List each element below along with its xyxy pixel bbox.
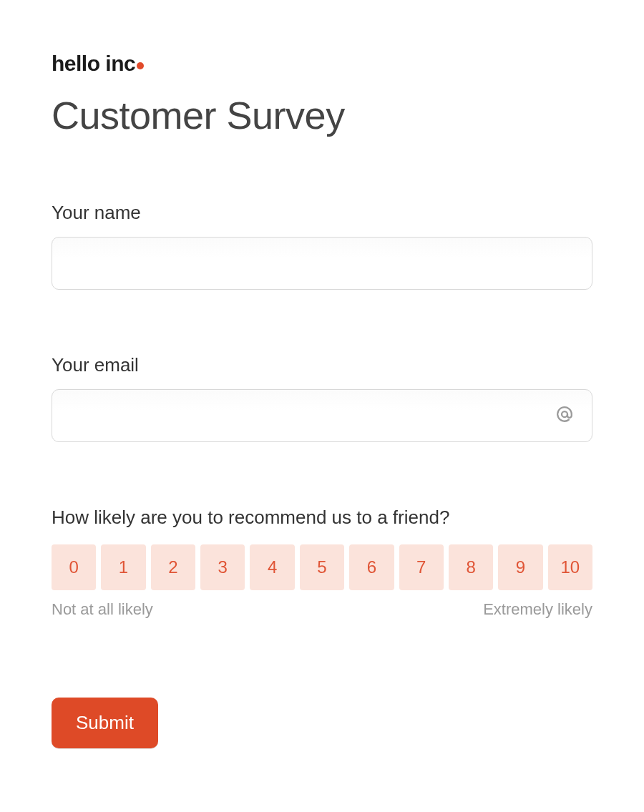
name-label: Your name	[52, 202, 592, 224]
email-label: Your email	[52, 354, 592, 376]
email-input-wrap	[52, 389, 592, 442]
nps-block: How likely are you to recommend us to a …	[52, 507, 592, 619]
name-input-wrap	[52, 237, 592, 290]
email-input[interactable]	[52, 389, 592, 442]
nps-option-6[interactable]: 6	[349, 544, 394, 590]
nps-scale-labels: Not at all likely Extremely likely	[52, 600, 592, 619]
nps-option-2[interactable]: 2	[151, 544, 195, 590]
name-field-block: Your name	[52, 202, 592, 290]
brand-logo-text: hello inc	[52, 52, 135, 75]
nps-option-1[interactable]: 1	[101, 544, 145, 590]
nps-option-5[interactable]: 5	[300, 544, 344, 590]
page-title: Customer Survey	[52, 93, 592, 137]
submit-row: Submit	[52, 698, 592, 748]
nps-option-0[interactable]: 0	[52, 544, 96, 590]
survey-page: hello inc Customer Survey Your name Your…	[0, 0, 644, 748]
brand-logo: hello inc	[52, 52, 592, 76]
nps-option-4[interactable]: 4	[250, 544, 294, 590]
nps-option-3[interactable]: 3	[200, 544, 245, 590]
submit-button[interactable]: Submit	[52, 698, 158, 748]
name-input[interactable]	[52, 237, 592, 290]
nps-options-row: 0 1 2 3 4 5 6 7 8 9 10	[52, 544, 592, 590]
nps-question: How likely are you to recommend us to a …	[52, 507, 592, 529]
nps-high-label: Extremely likely	[483, 600, 592, 619]
nps-option-8[interactable]: 8	[449, 544, 493, 590]
brand-dot-icon	[137, 62, 144, 69]
nps-option-10[interactable]: 10	[548, 544, 592, 590]
email-field-block: Your email	[52, 354, 592, 442]
nps-option-9[interactable]: 9	[498, 544, 542, 590]
nps-option-7[interactable]: 7	[399, 544, 444, 590]
nps-low-label: Not at all likely	[52, 600, 153, 619]
